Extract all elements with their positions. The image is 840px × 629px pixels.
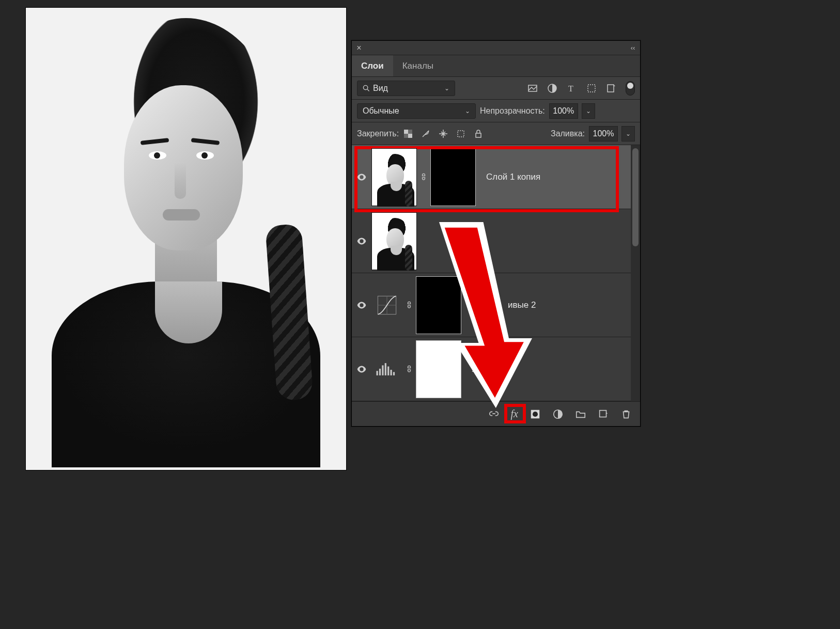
opacity-value[interactable]: 100% — [549, 103, 578, 119]
svg-rect-21 — [390, 370, 392, 375]
adjustment-levels-icon[interactable] — [371, 356, 402, 382]
visibility-toggle[interactable] — [352, 171, 371, 183]
lock-label: Закрепить: — [357, 129, 399, 138]
fill-value[interactable]: 100% — [589, 126, 618, 141]
layers-scrollbar[interactable] — [631, 145, 640, 401]
filter-adjustment-icon[interactable] — [547, 83, 557, 93]
panel-tabs: Слои Каналы — [352, 55, 640, 77]
lock-fill-row: Закрепить: Заливка: 100% ⌄ — [352, 122, 640, 145]
layers-list: Слой 1 копия — [352, 145, 640, 401]
delete-layer-icon[interactable] — [620, 408, 632, 420]
lock-transparency-icon[interactable] — [403, 129, 413, 139]
layer-mask-thumbnail[interactable] — [416, 340, 461, 398]
svg-rect-7 — [404, 130, 408, 134]
lock-all-icon[interactable] — [473, 129, 484, 139]
svg-rect-20 — [387, 366, 389, 375]
layer-row[interactable]: Уровни 1 — [352, 337, 640, 401]
add-mask-icon[interactable] — [530, 408, 541, 420]
opacity-label: Непрозрачность: — [480, 106, 545, 116]
layer-row[interactable] — [352, 209, 640, 273]
layer-row[interactable]: Слой 1 копия — [352, 145, 640, 209]
svg-rect-5 — [588, 85, 595, 92]
layer-row[interactable]: ивые 2 — [352, 273, 640, 337]
blend-mode-select[interactable]: Обычные ⌄ — [357, 103, 476, 119]
filter-pixel-icon[interactable] — [527, 83, 538, 93]
layer-name[interactable]: ивые 2 — [508, 300, 536, 310]
search-icon — [363, 85, 370, 92]
layers-bottom-toolbar: fx — [352, 401, 640, 426]
tab-channels[interactable]: Каналы — [393, 55, 443, 76]
svg-rect-6 — [608, 85, 614, 92]
filter-shape-icon[interactable] — [586, 83, 597, 93]
filter-smart-icon[interactable] — [606, 83, 616, 93]
new-group-icon[interactable] — [575, 408, 586, 420]
layer-kind-select[interactable]: Вид ⌄ — [357, 81, 455, 96]
visibility-toggle[interactable] — [352, 300, 371, 311]
visibility-toggle[interactable] — [352, 364, 371, 375]
svg-rect-10 — [404, 134, 408, 138]
lock-position-icon[interactable] — [438, 129, 448, 139]
svg-rect-22 — [393, 372, 395, 375]
svg-rect-18 — [382, 365, 383, 375]
layer-thumbnail[interactable] — [371, 212, 417, 270]
svg-line-1 — [367, 89, 369, 91]
lock-artboard-icon[interactable] — [456, 129, 466, 139]
layer-mask-thumbnail[interactable] — [416, 276, 461, 334]
layer-thumbnail[interactable] — [371, 148, 417, 206]
fill-dropdown-icon[interactable]: ⌄ — [621, 126, 635, 141]
tab-layers[interactable]: Слои — [352, 55, 393, 76]
svg-rect-16 — [376, 371, 378, 375]
filter-toggle[interactable] — [626, 81, 635, 96]
fill-label: Заливка: — [551, 129, 585, 138]
svg-point-24 — [533, 411, 538, 416]
layers-panel: × ‹‹ Слои Каналы Вид ⌄ T — [351, 40, 641, 427]
svg-rect-12 — [476, 133, 481, 137]
blend-opacity-row: Обычные ⌄ Непрозрачность: 100% ⌄ — [352, 100, 640, 122]
svg-rect-9 — [408, 130, 412, 134]
new-layer-icon[interactable] — [598, 408, 609, 420]
svg-rect-19 — [385, 363, 386, 375]
filter-type-icon[interactable]: T — [567, 83, 577, 93]
chevron-down-icon: ⌄ — [465, 107, 470, 115]
layer-name[interactable]: Уровни 1 — [472, 364, 508, 374]
lock-pixels-icon[interactable] — [421, 129, 431, 139]
chevron-down-icon: ⌄ — [444, 85, 449, 92]
svg-point-0 — [363, 85, 367, 89]
new-adjustment-icon[interactable] — [552, 408, 564, 420]
svg-rect-26 — [600, 410, 606, 417]
svg-rect-11 — [458, 131, 464, 137]
svg-rect-8 — [408, 134, 412, 138]
svg-rect-17 — [379, 368, 381, 375]
layer-name[interactable]: Слой 1 копия — [486, 172, 540, 182]
link-mask-icon[interactable] — [402, 300, 416, 310]
layer-effects-icon[interactable]: fx — [511, 408, 518, 420]
visibility-toggle[interactable] — [352, 235, 371, 247]
adjustment-curves-icon[interactable] — [371, 292, 402, 318]
layer-kind-label: Вид — [373, 84, 388, 93]
portrait-image — [26, 8, 346, 470]
link-mask-icon[interactable] — [417, 172, 430, 182]
panel-header: × ‹‹ — [352, 41, 640, 55]
link-layers-icon[interactable] — [488, 408, 500, 420]
opacity-dropdown-icon[interactable]: ⌄ — [582, 103, 595, 119]
document-canvas[interactable] — [26, 8, 346, 470]
svg-text:T: T — [568, 84, 573, 93]
panel-collapse-icon[interactable]: ‹‹ — [626, 44, 640, 52]
link-mask-icon[interactable] — [402, 364, 416, 374]
layer-filter-row: Вид ⌄ T — [352, 77, 640, 100]
blend-mode-value: Обычные — [363, 106, 399, 116]
layer-mask-thumbnail[interactable] — [430, 148, 476, 206]
panel-close-icon[interactable]: × — [352, 43, 366, 53]
